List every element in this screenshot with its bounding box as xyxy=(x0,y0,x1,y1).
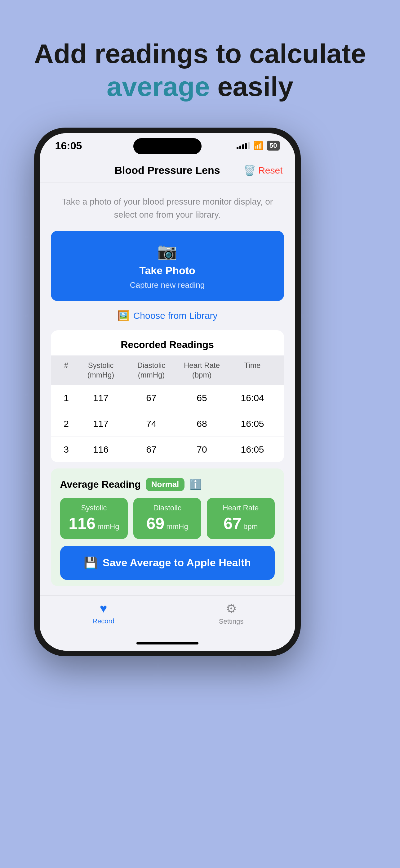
col-time: Time xyxy=(227,361,278,380)
avg-systolic-card: Systolic 116 mmHg xyxy=(60,498,128,539)
row3-diastolic: 67 xyxy=(126,444,177,455)
avg-diastolic-unit: mmHg xyxy=(166,522,188,531)
take-photo-label: Take Photo xyxy=(139,265,195,277)
page-header: Add readings to calculate average easily xyxy=(34,37,366,103)
col-diastolic: Diastolic(mmHg) xyxy=(126,361,177,380)
readings-title: Recorded Readings xyxy=(51,330,284,355)
avg-systolic-label: Systolic xyxy=(81,503,107,512)
tab-record-label: Record xyxy=(92,617,114,625)
row1-heartrate: 65 xyxy=(177,393,227,403)
tab-settings-label: Settings xyxy=(219,617,244,625)
row2-num: 2 xyxy=(57,418,76,429)
avg-heartrate-value: 67 xyxy=(224,514,241,533)
avg-heartrate-value-row: 67 bpm xyxy=(224,514,258,533)
signal-icon xyxy=(237,142,249,149)
info-icon[interactable]: ℹ️ xyxy=(190,478,202,490)
table-row: 2 117 74 68 16:05 xyxy=(51,411,284,436)
nav-bar: Blood Pressure Lens 🗑️ Reset xyxy=(40,158,295,183)
header-line1: Add readings to calculate xyxy=(34,37,366,70)
col-systolic: Systolic(mmHg) xyxy=(76,361,126,380)
average-values: Systolic 116 mmHg Diastolic 69 mmHg xyxy=(60,498,275,539)
avg-heartrate-label: Heart Rate xyxy=(223,503,259,512)
avg-heartrate-unit: bpm xyxy=(243,522,258,531)
reset-button[interactable]: 🗑️ Reset xyxy=(243,164,282,176)
save-label: Save Average to Apple Health xyxy=(103,557,251,569)
row1-num: 1 xyxy=(57,393,76,403)
table-row: 1 117 67 65 16:04 xyxy=(51,385,284,411)
avg-diastolic-value: 69 xyxy=(146,514,164,533)
tab-bar: ♥ Record ⚙ Settings xyxy=(40,595,295,636)
readings-card: Recorded Readings # Systolic(mmHg) Diast… xyxy=(51,330,284,462)
home-indicator xyxy=(40,636,295,651)
take-photo-subtitle: Capture new reading xyxy=(130,280,205,290)
camera-icon: 📷 xyxy=(157,242,177,261)
avg-diastolic-value-row: 69 mmHg xyxy=(146,514,188,533)
status-time: 16:05 xyxy=(55,140,82,152)
row3-time: 16:05 xyxy=(227,444,278,455)
row1-time: 16:04 xyxy=(227,393,278,403)
take-photo-button[interactable]: 📷 Take Photo Capture new reading xyxy=(51,231,284,301)
health-save-icon: 💾 xyxy=(84,556,98,569)
page-background: Add readings to calculate average easily… xyxy=(34,0,366,656)
table-header: # Systolic(mmHg) Diastolic(mmHg) Heart R… xyxy=(51,355,284,385)
status-bar: 16:05 📶 50 xyxy=(40,133,295,158)
tab-record[interactable]: ♥ Record xyxy=(40,601,167,625)
tab-settings[interactable]: ⚙ Settings xyxy=(167,601,295,625)
photo-library-icon: 🖼️ xyxy=(117,310,130,321)
wifi-icon: 📶 xyxy=(253,141,263,151)
avg-diastolic-label: Diastolic xyxy=(153,503,181,512)
save-apple-health-button[interactable]: 💾 Save Average to Apple Health xyxy=(60,546,275,580)
row2-time: 16:05 xyxy=(227,418,278,429)
avg-systolic-value-row: 116 mmHg xyxy=(69,514,119,533)
settings-icon: ⚙ xyxy=(226,601,237,616)
avg-systolic-unit: mmHg xyxy=(97,522,120,531)
dynamic-island xyxy=(133,138,202,154)
row1-diastolic: 67 xyxy=(126,393,177,403)
choose-library-button[interactable]: 🖼️ Choose from Library xyxy=(51,307,284,324)
table-row: 3 116 67 70 16:05 xyxy=(51,436,284,462)
header-line2: average easily xyxy=(34,70,366,103)
avg-systolic-value: 116 xyxy=(69,514,96,533)
row2-diastolic: 74 xyxy=(126,418,177,429)
instruction-text: Take a photo of your blood pressure moni… xyxy=(51,192,284,224)
nav-title: Blood Pressure Lens xyxy=(114,164,220,176)
screen-content: Take a photo of your blood pressure moni… xyxy=(40,183,295,595)
status-icons: 📶 50 xyxy=(237,141,279,151)
row3-systolic: 116 xyxy=(76,444,126,455)
heart-icon: ♥ xyxy=(100,601,107,615)
average-card: Average Reading Normal ℹ️ Systolic 116 m… xyxy=(51,468,284,586)
battery-indicator: 50 xyxy=(267,141,279,151)
home-bar xyxy=(136,642,198,645)
phone-screen: 16:05 📶 50 xyxy=(40,133,295,650)
row2-heartrate: 68 xyxy=(177,418,227,429)
row3-heartrate: 70 xyxy=(177,444,227,455)
row1-systolic: 117 xyxy=(76,393,126,403)
trash-icon: 🗑️ xyxy=(243,164,256,176)
col-num: # xyxy=(57,361,76,380)
normal-badge: Normal xyxy=(146,478,185,491)
col-heartrate: Heart Rate(bpm) xyxy=(177,361,227,380)
row3-num: 3 xyxy=(57,444,76,455)
average-header: Average Reading Normal ℹ️ xyxy=(60,478,275,491)
average-title: Average Reading xyxy=(60,479,141,490)
avg-diastolic-card: Diastolic 69 mmHg xyxy=(133,498,201,539)
phone-frame: 16:05 📶 50 xyxy=(34,128,301,656)
row2-systolic: 117 xyxy=(76,418,126,429)
library-label: Choose from Library xyxy=(133,310,218,321)
avg-heartrate-card: Heart Rate 67 bpm xyxy=(207,498,275,539)
